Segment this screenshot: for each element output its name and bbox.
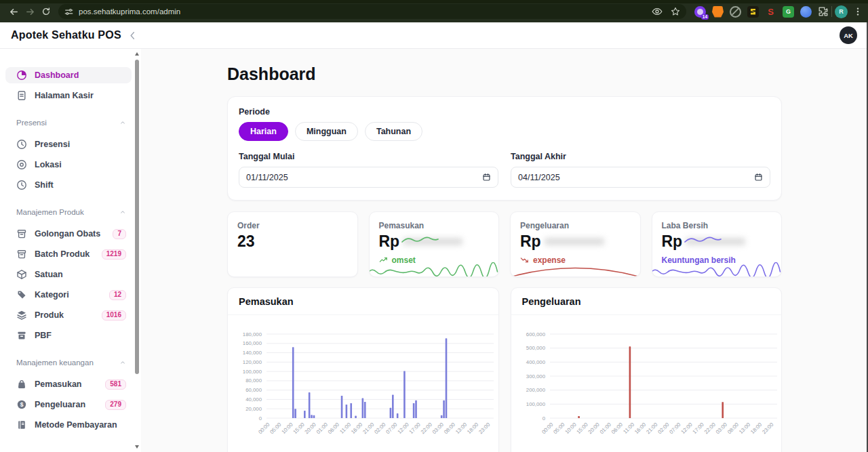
clock-icon [16, 139, 27, 150]
svg-text:03:00: 03:00 [714, 422, 728, 436]
period-button-mingguan[interactable]: Mingguan [295, 122, 358, 141]
sidebar-item-label: Lokasi [35, 160, 62, 169]
scroll-down-arrow-icon[interactable] [135, 445, 139, 449]
sidebar-item-golongan-obats[interactable]: Golongan Obats7 [5, 226, 132, 242]
sidebar-item-pbf[interactable]: PBF [5, 327, 132, 344]
chart-plot-area: 020,00040,00060,00080,000100,000120,0001… [228, 315, 498, 452]
svg-text:23:00: 23:00 [477, 422, 492, 436]
extension-icon-fox[interactable] [712, 6, 724, 18]
reload-button[interactable] [38, 3, 54, 20]
calendar-icon[interactable] [754, 173, 763, 182]
browser-window: pos.sehatkuprima.com/admin 14 S G [0, 0, 868, 452]
sidebar-item-label: PBF [35, 331, 52, 340]
svg-text:23:00: 23:00 [761, 422, 775, 436]
period-button-tahunan[interactable]: Tahunan [365, 122, 422, 141]
start-date-input[interactable]: 01/11/2025 [239, 167, 498, 188]
svg-text:06:00: 06:00 [610, 422, 624, 436]
sidebar-item-metode-pembayaran[interactable]: Metode Pembayaran [5, 417, 132, 433]
end-date-input[interactable]: 04/11/2025 [511, 167, 770, 188]
sidebar-scrollbar[interactable] [134, 50, 140, 451]
location-icon [16, 159, 27, 170]
user-avatar[interactable]: AK [840, 26, 857, 44]
scrollbar-thumb[interactable] [135, 60, 139, 374]
bag-icon [16, 379, 27, 390]
extension-icon-globe[interactable] [800, 6, 812, 18]
svg-text:400,000: 400,000 [526, 359, 545, 365]
svg-text:17:00: 17:00 [691, 422, 705, 436]
extension-icon-purple[interactable]: 14 [694, 6, 706, 18]
reading-mode-icon[interactable] [652, 6, 663, 17]
sidebar-item-pemasukan[interactable]: Pemasukan581 [5, 376, 132, 392]
sidebar-item-halaman-kasir[interactable]: Halaman Kasir [5, 87, 132, 104]
redacted-amount [545, 237, 604, 247]
sidebar-item-label: Shift [35, 180, 54, 190]
sidebar-section-manajemen-produk[interactable]: Manajemen Produk [16, 208, 126, 216]
extension-icon-green-g[interactable]: G [783, 6, 794, 18]
pie-chart-icon [16, 70, 27, 81]
forward-button[interactable] [22, 3, 38, 20]
extensions-area: 14 S G [694, 6, 829, 18]
sidebar-item-batch-produk[interactable]: Batch Produk1219 [5, 246, 132, 262]
chart-card-pengeluaran: Pengeluaran0100,000200,000300,000400,000… [511, 287, 783, 452]
svg-text:13:00: 13:00 [738, 422, 752, 436]
sidebar-item-shift[interactable]: Shift [5, 177, 132, 193]
period-filter-card: Periode HarianMingguanTahunan Tanggal Mu… [227, 96, 782, 201]
document-icon [16, 90, 27, 101]
svg-text:05:00: 05:00 [269, 422, 283, 436]
stat-label: Order [237, 221, 348, 230]
stat-value: 23 [237, 232, 348, 251]
back-button[interactable] [5, 3, 22, 20]
archive-icon [16, 228, 27, 239]
stat-card-order: Order23 [227, 211, 358, 277]
redacted-amount [686, 237, 745, 247]
extension-icon-red-s[interactable]: S [765, 6, 776, 18]
svg-text:18:00: 18:00 [466, 422, 480, 436]
url-text: pos.sehatkuprima.com/admin [79, 7, 180, 16]
period-button-harian[interactable]: Harian [239, 122, 288, 141]
browser-menu-icon[interactable] [853, 7, 863, 16]
section-title: Presensi [16, 119, 47, 127]
svg-text:10:00: 10:00 [280, 422, 294, 436]
svg-text:16:00: 16:00 [350, 422, 364, 436]
sidebar-item-label: Dashboard [35, 70, 79, 80]
stat-card-pemasukan: PemasukanRpomset [369, 211, 500, 277]
count-badge: 7 [113, 229, 126, 239]
calendar-icon[interactable] [482, 173, 491, 182]
site-settings-icon[interactable] [64, 7, 73, 16]
sidebar-item-lokasi[interactable]: Lokasi [5, 157, 132, 173]
svg-text:500,000: 500,000 [526, 345, 545, 351]
sidebar-item-dashboard[interactable]: Dashboard [5, 67, 132, 83]
currency-prefix: Rp [662, 232, 683, 251]
svg-text:15:00: 15:00 [292, 422, 307, 436]
sidebar-section-presensi[interactable]: Presensi [16, 119, 126, 127]
sidebar-item-kategori[interactable]: Kategori12 [5, 287, 132, 303]
extensions-puzzle-icon[interactable] [818, 6, 829, 17]
sidebar-collapse-button[interactable] [127, 30, 138, 41]
sidebar-section-manajemen-keuangan[interactable]: Manajemen keuangan [16, 358, 126, 367]
bookmark-star-icon[interactable] [671, 7, 680, 16]
svg-text:60,000: 60,000 [245, 387, 262, 393]
app-header: Apotek Sehatku POS AK [0, 22, 868, 49]
period-buttons: HarianMingguanTahunan [239, 122, 770, 141]
browser-profile-avatar[interactable]: R [835, 5, 848, 18]
url-bar[interactable]: pos.sehatkuprima.com/admin [58, 4, 686, 19]
chart-title: Pemasukan [228, 288, 498, 315]
svg-text:17:00: 17:00 [408, 422, 422, 436]
svg-text:15:00: 15:00 [575, 422, 589, 436]
extension-icon-slash[interactable] [730, 6, 741, 18]
app-title: Apotek Sehatku POS [11, 29, 127, 41]
extension-badge: 14 [701, 14, 709, 20]
stats-row: Order23PemasukanRpomsetPengeluaranRpexpe… [227, 211, 782, 277]
sidebar-item-produk[interactable]: Produk1016 [5, 307, 132, 323]
svg-text:07:00: 07:00 [668, 422, 682, 436]
stat-card-pengeluaran: PengeluaranRpexpense [510, 211, 641, 277]
currency-prefix: Rp [520, 232, 541, 251]
scroll-up-arrow-icon[interactable] [135, 52, 139, 56]
sidebar-item-pengeluaran[interactable]: $Pengeluaran279 [5, 396, 132, 413]
svg-text:100,000: 100,000 [243, 369, 262, 375]
browser-chrome: pos.sehatkuprima.com/admin 14 S G [0, 0, 868, 22]
sidebar-item-satuan[interactable]: Satuan [5, 266, 132, 283]
sidebar-item-presensi[interactable]: Presensi [5, 136, 132, 152]
extension-icon-dark[interactable] [747, 6, 759, 18]
count-badge: 12 [109, 290, 126, 300]
